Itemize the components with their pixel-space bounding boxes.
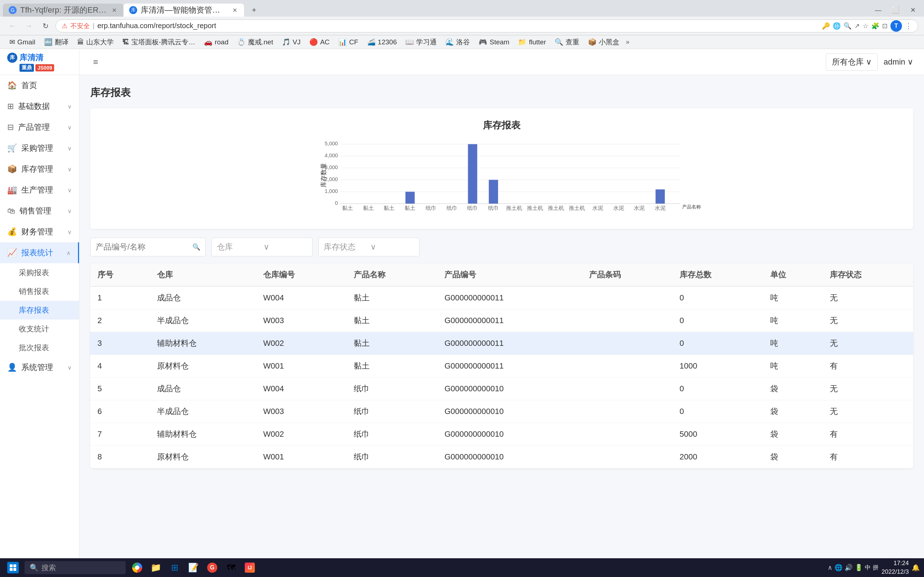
sidebar-item-inventory-mgmt[interactable]: 📦 库存管理 ∨: [0, 159, 79, 180]
back-button[interactable]: ←: [6, 19, 19, 32]
table-row[interactable]: 3辅助材料仓W002黏土G0000000000110吨无: [90, 332, 913, 355]
table-row[interactable]: 4原材料仓W001黏土G0000000000111000吨有: [90, 355, 913, 377]
sidebar-item-income-stats[interactable]: 收支统计: [0, 319, 79, 338]
sidebar-item-inventory-report[interactable]: 库存报表: [0, 301, 79, 319]
bookmark-12306[interactable]: 🚄 12306: [363, 37, 401, 47]
bookmark-translate[interactable]: 🔤 翻译: [40, 37, 72, 48]
close-button[interactable]: ✕: [905, 3, 921, 16]
profile-avatar[interactable]: T: [890, 20, 902, 32]
table-cell: 0: [672, 309, 763, 332]
ime-label-pin[interactable]: 拼: [873, 564, 879, 572]
bookmark-xuexitong[interactable]: 📖 学习通: [402, 37, 440, 48]
bookmark-xiaoheihe[interactable]: 📦 小黑盒: [584, 37, 623, 48]
reload-button[interactable]: ↻: [39, 19, 52, 32]
table-row[interactable]: 7辅助材料仓W002纸巾G0000000000105000袋有: [90, 423, 913, 446]
start-button[interactable]: [4, 561, 22, 575]
bookmark-label: 魔戒.net: [248, 37, 273, 47]
taskbar-app-vscode[interactable]: ⊞: [166, 561, 183, 575]
sidebar-item-sales-report[interactable]: 销售报表: [0, 282, 79, 301]
taskbar-app-chrome[interactable]: [129, 561, 146, 575]
network-icon[interactable]: 🌐: [835, 564, 842, 572]
tab-close-1[interactable]: ✕: [110, 6, 118, 14]
forward-button[interactable]: →: [23, 19, 36, 32]
taskbar-app-notepad[interactable]: 📝: [185, 561, 202, 575]
ime-label-zh[interactable]: 中: [865, 564, 871, 572]
sidebar-item-production-mgmt[interactable]: 🏭 生产管理 ∨: [0, 180, 79, 200]
taskbar-search[interactable]: 🔍 搜索: [24, 561, 126, 574]
bookmark-luogu[interactable]: 🌊 洛谷: [442, 37, 473, 48]
bookmark-baota[interactable]: 🏗 宝塔面板-腾讯云专…: [119, 37, 199, 48]
sidebar-menu: 🏠 首页 ⊞ 基础数据 ∨ ⊟ 产品管理 ∨: [0, 75, 79, 577]
volume-icon[interactable]: 🔊: [845, 564, 853, 572]
table-header-row: 序号 仓库 仓库编号 产品名称 产品编号 产品条码 库存总数 单位 库存状态: [90, 264, 913, 286]
sidebar-item-batch-report[interactable]: 批次报表: [0, 338, 79, 357]
bookmark-ac[interactable]: 🔴 AC: [306, 37, 333, 47]
sidebar-item-finance-mgmt[interactable]: 💰 财务管理 ∨: [0, 221, 79, 242]
app-wrapper: ≡ 所有仓库 ∨ admin ∨ 库存报表 库存报表: [79, 49, 924, 577]
bookmark-sdu[interactable]: 🏛 山东大学: [74, 37, 117, 48]
minimize-button[interactable]: —: [870, 3, 887, 16]
bookmarks-more[interactable]: »: [626, 38, 630, 46]
bookmark-cf[interactable]: 📊 CF: [334, 37, 362, 47]
bookmark-chazhong[interactable]: 🔍 查重: [551, 37, 583, 48]
sidebar-item-basic-data[interactable]: ⊞ 基础数据 ∨: [0, 96, 79, 117]
taskbar-app-intellij[interactable]: IJ: [241, 561, 258, 575]
bookmark-road[interactable]: 🚗 road: [200, 37, 232, 47]
table-row[interactable]: 1成品仓W004黏土G0000000000110吨无: [90, 286, 913, 309]
table-cell: 半成品仓: [150, 400, 256, 423]
bookmark-gmail[interactable]: ✉ Gmail: [6, 37, 39, 47]
bookmark-steam[interactable]: 🎮 Steam: [475, 37, 513, 47]
col-unit: 单位: [763, 264, 822, 286]
table-row[interactable]: 6半成品仓W003纸巾G0000000000100袋无: [90, 400, 913, 423]
svg-text:4,000: 4,000: [325, 153, 338, 158]
table-cell: 成品仓: [150, 286, 256, 309]
sidebar-logo: 库 库清清 重鼎 JS009: [0, 49, 79, 75]
bookmark-mojie[interactable]: 💍 魔戒.net: [234, 37, 277, 48]
product-search-input-wrapper[interactable]: 🔍: [90, 238, 206, 256]
sidebar-item-product-mgmt[interactable]: ⊟ 产品管理 ∨: [0, 117, 79, 138]
tray-arrow-icon[interactable]: ∧: [828, 564, 832, 572]
status-filter[interactable]: 库存状态 ∨: [318, 238, 419, 256]
svg-text:5,000: 5,000: [325, 141, 338, 147]
chrome-icon: [132, 562, 142, 573]
menu-toggle-button[interactable]: ≡: [90, 54, 101, 70]
battery-icon[interactable]: 🔋: [855, 564, 863, 572]
key-icon: 🔑: [822, 22, 830, 30]
menu-label: 库存管理: [21, 164, 53, 174]
taskbar-app-maps[interactable]: 🗺: [222, 561, 240, 575]
table-row[interactable]: 2半成品仓W003黏土G0000000000110吨无: [90, 309, 913, 332]
sidebar-item-purchase-mgmt[interactable]: 🛒 采购管理 ∨: [0, 138, 79, 159]
bookmark-flutter[interactable]: 📁 flutter: [514, 37, 550, 47]
table-cell: 袋: [763, 377, 822, 400]
table-cell: 7: [90, 423, 150, 446]
chevron-down-icon: ∨: [370, 242, 414, 252]
browser-tab-1[interactable]: G Tfh-Yqf/erp: 开源的ERP系统， ✕: [3, 3, 123, 16]
bookmark-label: road: [215, 38, 228, 46]
notification-icon[interactable]: 🔔: [912, 564, 920, 572]
table-cell: 黏土: [347, 355, 437, 377]
status-filter-label: 库存状态: [324, 242, 367, 253]
warehouse-selector[interactable]: 所有仓库 ∨: [826, 53, 878, 71]
table-row[interactable]: 5成品仓W004纸巾G0000000000100袋无: [90, 377, 913, 400]
address-bar[interactable]: ⚠ 不安全 | erp.tanfuhua.com/report/stock_re…: [56, 19, 918, 32]
taskbar-app-google[interactable]: G: [204, 561, 221, 575]
maximize-button[interactable]: ⬜: [887, 3, 904, 16]
new-tab-button[interactable]: +: [247, 3, 261, 16]
product-search-input[interactable]: [96, 242, 189, 252]
svg-text:纸巾: 纸巾: [488, 205, 499, 211]
table-row[interactable]: 8原材料仓W001纸巾G0000000000102000袋有: [90, 446, 913, 469]
taskbar-app-explorer[interactable]: 📁: [147, 561, 165, 575]
browser-tab-2[interactable]: 库 库清清—智能物资管理信息化平… ✕: [123, 3, 244, 16]
tab-bar: G Tfh-Yqf/erp: 开源的ERP系统， ✕ 库 库清清—智能物资管理信…: [0, 0, 924, 16]
user-info[interactable]: admin ∨: [884, 57, 913, 67]
sidebar-item-sales-mgmt[interactable]: 🛍 销售管理 ∨: [0, 200, 79, 221]
tab-close-2[interactable]: ✕: [231, 6, 238, 14]
warehouse-filter[interactable]: 仓库 ∨: [212, 238, 313, 256]
sidebar-item-home[interactable]: 🏠 首页: [0, 75, 79, 96]
bookmark-vj[interactable]: 🎵 VJ: [278, 37, 304, 47]
sidebar-item-report-stats[interactable]: 📈 报表统计 ∧: [0, 242, 79, 263]
sidebar-item-system-mgmt[interactable]: 👤 系统管理 ∨: [0, 357, 79, 378]
ac-icon: 🔴: [309, 38, 318, 46]
table-cell: W004: [256, 377, 347, 400]
sidebar-item-purchase-report[interactable]: 采购报表: [0, 263, 79, 282]
